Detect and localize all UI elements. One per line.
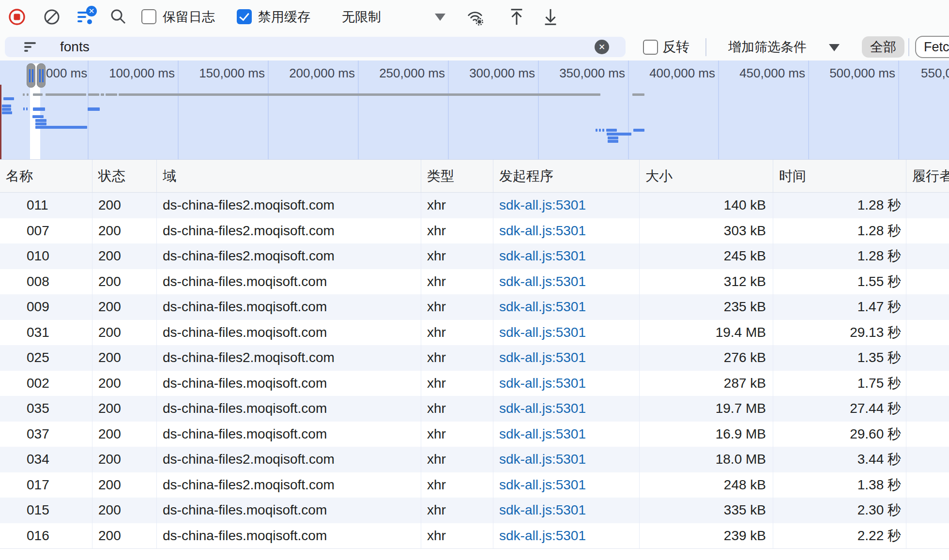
filter-bar: fonts ✕ 反转 增加筛选条件 全部 Fetch — [0, 33, 949, 61]
request-row[interactable]: 035200ds-china-files.moqisoft.comxhrsdk-… — [0, 396, 949, 422]
waterfall-bar — [35, 122, 46, 125]
cell-domain: ds-china-files.moqisoft.com — [156, 371, 421, 396]
timeline-left-handle[interactable] — [27, 63, 35, 88]
cell-name: 031 — [0, 320, 92, 346]
request-row[interactable]: 011200ds-china-files2.moqisoft.comxhrsdk… — [0, 193, 949, 218]
cell-status: 200 — [92, 345, 156, 371]
initiator-link[interactable]: sdk-all.js:5301 — [499, 401, 586, 416]
initiator-link[interactable]: sdk-all.js:5301 — [499, 502, 586, 518]
filter-chip-fetch[interactable]: Fetch — [915, 36, 949, 58]
initiator-link[interactable]: sdk-all.js:5301 — [499, 376, 586, 391]
initiator-link[interactable]: sdk-all.js:5301 — [499, 274, 586, 289]
initiator-link[interactable]: sdk-all.js:5301 — [499, 197, 586, 213]
preserve-log-label[interactable]: 保留日志 — [163, 0, 215, 33]
request-row[interactable]: 002200ds-china-files.moqisoft.comxhrsdk-… — [0, 371, 949, 396]
throttling-dropdown-arrow-icon[interactable] — [435, 14, 445, 21]
cell-time: 3.44 秒 — [773, 447, 906, 472]
waterfall-bar — [3, 97, 14, 100]
request-row[interactable]: 015200ds-china-files.moqisoft.comxhrsdk-… — [0, 498, 949, 523]
filter-clear-button[interactable]: ✕ — [595, 40, 609, 54]
divider — [705, 38, 706, 56]
column-header-time[interactable]: 时间 — [773, 160, 906, 192]
more-filters-dropdown[interactable]: 增加筛选条件 — [728, 33, 807, 61]
clear-button[interactable] — [43, 8, 61, 26]
disable-cache-label[interactable]: 禁用缓存 — [258, 0, 310, 33]
cell-type: xhr — [421, 243, 493, 269]
cell-size: 303 kB — [639, 218, 773, 244]
column-header-type[interactable]: 类型 — [421, 160, 493, 192]
waterfall-bar — [633, 129, 644, 132]
initiator-link[interactable]: sdk-all.js:5301 — [499, 452, 586, 467]
cell-initiator: sdk-all.js:5301 — [493, 472, 639, 498]
waterfall-bar — [2, 108, 11, 111]
cell-status: 200 — [92, 243, 156, 269]
cell-status: 200 — [92, 396, 156, 422]
request-row[interactable]: 016200ds-china-files.moqisoft.comxhrsdk-… — [0, 523, 949, 549]
waterfall-bar — [35, 119, 46, 122]
search-button[interactable] — [109, 8, 128, 26]
filter-toggle-button[interactable]: ✕ — [77, 8, 95, 26]
filter-dot-icon — [87, 19, 92, 24]
initiator-link[interactable]: sdk-all.js:5301 — [499, 248, 586, 264]
cell-fulfilled — [906, 498, 949, 523]
request-row[interactable]: 037200ds-china-files.moqisoft.comxhrsdk-… — [0, 422, 949, 447]
filter-input[interactable]: fonts — [5, 37, 626, 57]
disable-cache-checkbox[interactable] — [237, 9, 252, 24]
initiator-link[interactable]: sdk-all.js:5301 — [499, 528, 586, 544]
column-header-status[interactable]: 状态 — [92, 160, 156, 192]
cell-status: 200 — [92, 269, 156, 295]
initiator-link[interactable]: sdk-all.js:5301 — [499, 325, 586, 340]
cell-type: xhr — [421, 320, 493, 346]
import-har-button[interactable] — [507, 8, 526, 26]
search-icon — [110, 8, 127, 26]
cell-fulfilled — [906, 294, 949, 320]
filter-chip-all[interactable]: 全部 — [862, 36, 904, 58]
preserve-log-checkbox[interactable] — [141, 9, 156, 24]
cell-name: 009 — [0, 294, 92, 320]
cell-domain: ds-china-files.moqisoft.com — [156, 294, 421, 320]
column-header-domain[interactable]: 域 — [156, 160, 421, 192]
initiator-link[interactable]: sdk-all.js:5301 — [499, 477, 586, 493]
initiator-link[interactable]: sdk-all.js:5301 — [499, 299, 586, 315]
cell-type: xhr — [421, 472, 493, 498]
cell-domain: ds-china-files.moqisoft.com — [156, 498, 421, 523]
cell-type: xhr — [421, 422, 493, 447]
cell-domain: ds-china-files2.moqisoft.com — [156, 447, 421, 472]
column-header-fulfilled[interactable]: 履行者 — [906, 160, 949, 192]
throttling-select[interactable]: 无限制 — [342, 0, 381, 33]
invert-label[interactable]: 反转 — [662, 33, 689, 61]
network-conditions-button[interactable] — [466, 8, 484, 26]
initiator-link[interactable]: sdk-all.js:5301 — [499, 426, 586, 442]
cell-type: xhr — [421, 345, 493, 371]
timeline-right-handle[interactable] — [37, 63, 46, 88]
export-har-button[interactable] — [541, 8, 560, 26]
request-row[interactable]: 031200ds-china-files.moqisoft.comxhrsdk-… — [0, 320, 949, 346]
more-filters-arrow-icon[interactable] — [829, 44, 840, 51]
waterfall-bar — [119, 93, 600, 96]
initiator-link[interactable]: sdk-all.js:5301 — [499, 350, 586, 365]
request-table-header: 名称状态域类型发起程序大小时间履行者 — [0, 160, 949, 193]
column-header-initiator[interactable]: 发起程序 — [493, 160, 639, 192]
timeline-overview[interactable]: 000 ms100,000 ms150,000 ms200,000 ms250,… — [0, 61, 949, 160]
request-row[interactable]: 025200ds-china-files2.moqisoft.comxhrsdk… — [0, 345, 949, 371]
cell-domain: ds-china-files2.moqisoft.com — [156, 472, 421, 498]
waterfall-bar — [35, 126, 87, 129]
cell-time: 1.28 秒 — [773, 218, 906, 244]
column-header-name[interactable]: 名称 — [0, 160, 92, 192]
cell-fulfilled — [906, 345, 949, 371]
record-button[interactable] — [8, 8, 26, 26]
waterfall-bar — [2, 111, 12, 114]
invert-checkbox[interactable] — [643, 40, 658, 55]
request-row[interactable]: 010200ds-china-files2.moqisoft.comxhrsdk… — [0, 243, 949, 269]
cell-time: 2.30 秒 — [773, 498, 906, 523]
waterfall-bar — [602, 129, 604, 132]
column-header-size[interactable]: 大小 — [639, 160, 773, 192]
request-row[interactable]: 034200ds-china-files2.moqisoft.comxhrsdk… — [0, 447, 949, 472]
initiator-link[interactable]: sdk-all.js:5301 — [499, 223, 586, 239]
cell-type: xhr — [421, 523, 493, 549]
request-row[interactable]: 009200ds-china-files.moqisoft.comxhrsdk-… — [0, 294, 949, 320]
request-row[interactable]: 007200ds-china-files2.moqisoft.comxhrsdk… — [0, 218, 949, 244]
request-row[interactable]: 017200ds-china-files2.moqisoft.comxhrsdk… — [0, 472, 949, 498]
request-row[interactable]: 008200ds-china-files.moqisoft.comxhrsdk-… — [0, 269, 949, 295]
cell-fulfilled — [906, 447, 949, 472]
